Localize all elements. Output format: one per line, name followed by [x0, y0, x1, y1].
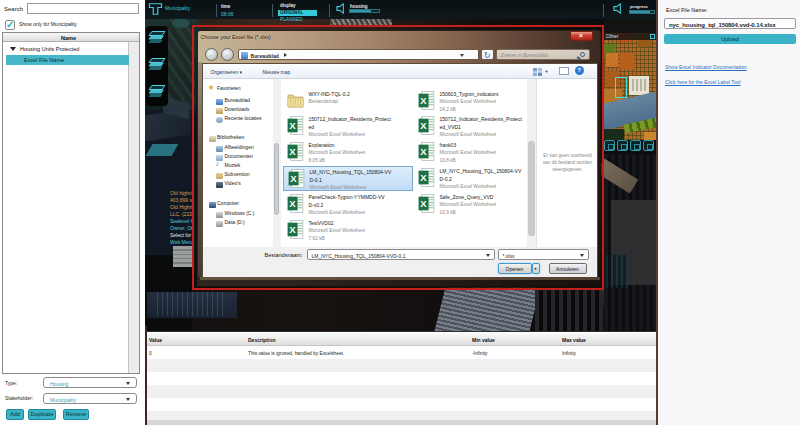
svg-text:X: X — [289, 146, 296, 157]
svg-text:X: X — [420, 146, 427, 157]
svg-text:X: X — [289, 120, 296, 131]
svg-text:X: X — [290, 173, 297, 184]
svg-text:X: X — [420, 198, 427, 209]
svg-text:X: X — [420, 95, 427, 106]
svg-text:X: X — [420, 120, 427, 131]
svg-text:X: X — [289, 224, 296, 235]
svg-text:X: X — [420, 172, 427, 183]
svg-text:X: X — [289, 198, 296, 209]
